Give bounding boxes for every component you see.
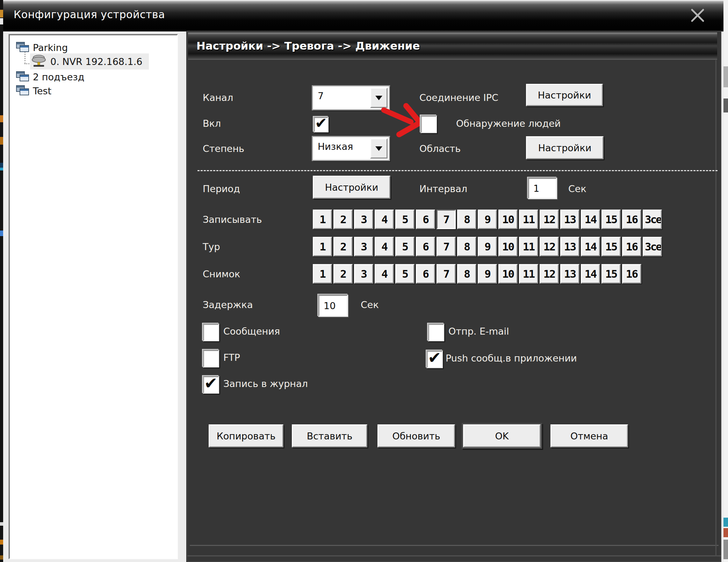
title-bar: Конфигурация устройства bbox=[3, 0, 723, 31]
channel-button-15[interactable]: 15 bbox=[601, 264, 621, 284]
channel-button-1[interactable]: 1 bbox=[313, 210, 332, 229]
channel-button-14[interactable]: 14 bbox=[581, 210, 600, 229]
device-group-icon bbox=[16, 70, 29, 83]
ok-button[interactable]: OK bbox=[463, 424, 541, 447]
delay-label: Задержка bbox=[203, 299, 253, 310]
channel-button-1[interactable]: 1 bbox=[313, 237, 332, 256]
tree-item-test[interactable]: Test bbox=[15, 83, 53, 99]
panel-frame-line bbox=[190, 545, 719, 546]
push-checkbox[interactable] bbox=[426, 350, 443, 368]
human-detection-checkbox[interactable] bbox=[420, 115, 437, 133]
period-label: Период bbox=[203, 183, 240, 194]
cancel-button[interactable]: Отмена bbox=[550, 424, 628, 447]
ftp-label: FTP bbox=[223, 352, 240, 363]
channel-button-7[interactable]: 7 bbox=[437, 264, 456, 284]
channel-button-11[interactable]: 11 bbox=[519, 210, 538, 229]
channel-button-13[interactable]: 13 bbox=[560, 264, 579, 284]
channel-button-9[interactable]: 9 bbox=[478, 264, 497, 284]
channel-button-13[interactable]: 13 bbox=[560, 210, 579, 229]
copy-button[interactable]: Копировать bbox=[209, 424, 283, 447]
device-configuration-dialog: Конфигурация устройства bbox=[3, 0, 723, 562]
channel-button-12[interactable]: 12 bbox=[540, 210, 559, 229]
channel-button-10[interactable]: 10 bbox=[498, 210, 518, 229]
interval-label: Интервал bbox=[419, 183, 467, 194]
channel-button-12[interactable]: 12 bbox=[540, 264, 559, 284]
channel-button-10[interactable]: 10 bbox=[498, 237, 518, 256]
channel-button-11[interactable]: 11 bbox=[519, 264, 538, 284]
channel-button-11[interactable]: 11 bbox=[519, 237, 538, 256]
channel-button-9[interactable]: 9 bbox=[478, 237, 497, 256]
channel-button-6[interactable]: 6 bbox=[416, 210, 435, 229]
channel-button-14[interactable]: 14 bbox=[581, 264, 600, 284]
record-label: Записывать bbox=[203, 214, 262, 225]
channel-button-Зсе[interactable]: Зсе bbox=[643, 210, 662, 229]
close-icon[interactable] bbox=[690, 8, 705, 23]
channel-button-5[interactable]: 5 bbox=[395, 264, 415, 284]
log-label: Запись в журнал bbox=[223, 378, 308, 389]
channel-button-7[interactable]: 7 bbox=[437, 210, 456, 229]
channel-button-3[interactable]: 3 bbox=[354, 264, 373, 284]
paste-button[interactable]: Вставить bbox=[292, 424, 367, 447]
channel-button-5[interactable]: 5 bbox=[395, 237, 415, 256]
channel-button-14[interactable]: 14 bbox=[581, 237, 600, 256]
device-tree: Parking 0. NVR 192.168.1.6 bbox=[9, 34, 178, 559]
separator bbox=[197, 170, 718, 171]
device-group-icon bbox=[16, 84, 29, 97]
level-select[interactable]: Низкая bbox=[313, 137, 389, 160]
channel-button-5[interactable]: 5 bbox=[395, 210, 415, 229]
tour-label: Тур bbox=[203, 241, 220, 252]
channel-button-8[interactable]: 8 bbox=[457, 237, 476, 256]
channel-button-Зсе[interactable]: Зсе bbox=[643, 237, 662, 256]
channel-button-15[interactable]: 15 bbox=[601, 237, 621, 256]
channel-button-3[interactable]: 3 bbox=[354, 237, 373, 256]
channel-button-7[interactable]: 7 bbox=[437, 237, 456, 256]
email-label: Отпр. E-mail bbox=[448, 326, 509, 337]
human-detection-label: Обнаружение людей bbox=[456, 118, 561, 129]
channel-button-2[interactable]: 2 bbox=[333, 237, 353, 256]
channel-button-16[interactable]: 16 bbox=[622, 210, 641, 229]
interval-unit-label: Сек bbox=[568, 183, 586, 194]
channel-button-8[interactable]: 8 bbox=[457, 210, 476, 229]
channel-button-4[interactable]: 4 bbox=[375, 237, 394, 256]
channel-select[interactable]: 7 bbox=[313, 86, 389, 109]
channel-button-15[interactable]: 15 bbox=[601, 210, 621, 229]
ftp-checkbox[interactable] bbox=[203, 350, 219, 367]
channel-button-9[interactable]: 9 bbox=[478, 210, 497, 229]
channel-button-8[interactable]: 8 bbox=[457, 264, 476, 284]
tree-item-nvr[interactable]: 0. NVR 192.168.1.6 bbox=[30, 53, 149, 70]
region-settings-button[interactable]: Настройки bbox=[526, 136, 604, 159]
channel-button-10[interactable]: 10 bbox=[498, 264, 518, 284]
channel-button-2[interactable]: 2 bbox=[333, 264, 353, 284]
channel-button-4[interactable]: 4 bbox=[375, 264, 394, 284]
ipc-settings-button[interactable]: Настройки bbox=[526, 84, 603, 106]
messages-checkbox[interactable] bbox=[203, 323, 219, 341]
channel-value: 7 bbox=[318, 90, 324, 101]
channel-button-2[interactable]: 2 bbox=[333, 210, 353, 229]
refresh-button[interactable]: Обновить bbox=[377, 424, 455, 447]
channel-button-3[interactable]: 3 bbox=[354, 210, 373, 229]
level-value: Низкая bbox=[318, 141, 353, 152]
channel-button-4[interactable]: 4 bbox=[375, 210, 394, 229]
channel-button-16[interactable]: 16 bbox=[622, 264, 641, 284]
nvr-device-icon bbox=[31, 54, 47, 69]
period-settings-button[interactable]: Настройки bbox=[313, 176, 390, 199]
chevron-down-icon[interactable] bbox=[370, 138, 388, 159]
channel-button-12[interactable]: 12 bbox=[540, 237, 559, 256]
email-checkbox[interactable] bbox=[428, 323, 444, 341]
channel-button-1[interactable]: 1 bbox=[313, 264, 332, 284]
tree-item-label: 2 подъезд bbox=[33, 72, 84, 82]
chevron-down-icon[interactable] bbox=[370, 88, 388, 108]
tour-channel-strip: 12345678910111213141516Зсе bbox=[313, 237, 662, 256]
level-label: Степень bbox=[203, 143, 244, 154]
log-checkbox[interactable] bbox=[203, 376, 219, 394]
panel-frame-line bbox=[715, 60, 716, 556]
channel-button-6[interactable]: 6 bbox=[416, 237, 435, 256]
background-window-right-edge bbox=[723, 0, 728, 562]
delay-input[interactable] bbox=[318, 294, 348, 317]
enable-checkbox[interactable] bbox=[313, 117, 329, 132]
channel-button-6[interactable]: 6 bbox=[416, 264, 435, 284]
channel-button-13[interactable]: 13 bbox=[560, 237, 579, 256]
channel-button-16[interactable]: 16 bbox=[622, 237, 641, 256]
enable-label: Вкл bbox=[203, 118, 221, 129]
interval-input[interactable] bbox=[528, 177, 557, 199]
